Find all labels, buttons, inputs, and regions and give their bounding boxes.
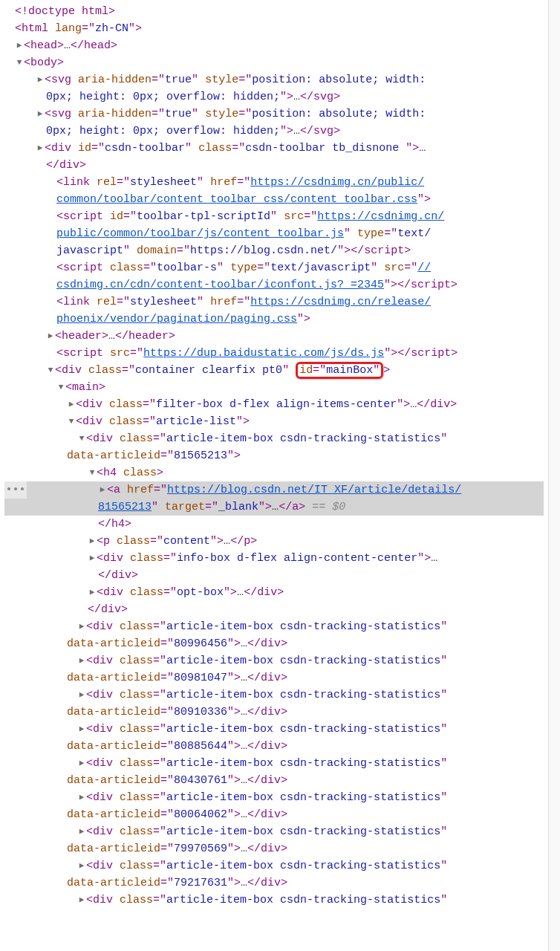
expand-arrow-icon[interactable]: ▶ — [36, 140, 45, 157]
expand-arrow-icon[interactable]: ▶ — [67, 396, 76, 413]
doctype-line[interactable]: <!doctype html> — [4, 3, 544, 20]
expand-arrow-icon[interactable]: ▶ — [46, 328, 55, 345]
article-item-cont: data-articleid="80885644">…</div> — [4, 738, 544, 755]
article-item[interactable]: ▶<div class="article-item-box csdn-track… — [4, 652, 544, 669]
article-item-cont: data-articleid="80981047">…</div> — [4, 669, 544, 687]
selected-dots-icon: ••• — [4, 481, 27, 499]
mainbox-div[interactable]: ▼<div class="container clearfix pt0" id=… — [4, 362, 544, 379]
right-gutter — [548, 0, 560, 951]
script-toolbar-s[interactable]: <script class="toolbar-s" type="text/jav… — [4, 259, 544, 276]
article-item-cont: data-articleid="80430761">…</div> — [4, 772, 544, 789]
script-toolbar[interactable]: <script id="toolbar-tpl-scriptId" src="h… — [4, 208, 544, 225]
link-stylesheet-2[interactable]: <link rel="stylesheet" href="https://csd… — [4, 293, 544, 311]
script-toolbar-cont2: javascript" domain="https://blog.csdn.ne… — [4, 242, 544, 259]
expand-arrow-icon[interactable]: ▶ — [88, 533, 97, 550]
expand-arrow-icon[interactable]: ▶ — [77, 618, 86, 635]
main-node[interactable]: ▼<main> — [4, 379, 544, 396]
article-item-1-close[interactable]: </div> — [4, 601, 544, 618]
dom-tree[interactable]: <!doctype html> <html lang="zh-CN"> ▶<he… — [0, 0, 548, 912]
opt-box-div[interactable]: ▶<div class="opt-box">…</div> — [4, 584, 544, 601]
article-item[interactable]: ▶<div class="article-item-box csdn-track… — [4, 789, 544, 806]
header-node[interactable]: ▶<header>…</header> — [4, 328, 544, 345]
article-item-cont: data-articleid="80996456">…</div> — [4, 635, 544, 652]
expand-arrow-icon[interactable]: ▶ — [88, 584, 97, 601]
anchor-node[interactable]: ▶<a href="https://blog.csdn.net/IT_XF/ar… — [4, 481, 544, 499]
article-list-div[interactable]: ▼<div class="article-list"> — [4, 413, 544, 430]
svg-node-2-cont: 0px; height: 0px; overflow: hidden;">…</… — [4, 123, 544, 140]
article-item-cont: data-articleid="79970569">…</div> — [4, 840, 544, 857]
toolbar-div[interactable]: ▶<div id="csdn-toolbar" class="csdn-tool… — [4, 140, 544, 157]
article-item[interactable]: ▶<div class="article-item-box csdn-track… — [4, 823, 544, 840]
expand-arrow-icon[interactable]: ▶ — [77, 892, 86, 909]
article-item[interactable]: ▶<div class="article-item-box csdn-track… — [4, 857, 544, 874]
p-content[interactable]: ▶<p class="content">…</p> — [4, 533, 544, 550]
filter-box-div[interactable]: ▶<div class="filter-box d-flex align-ite… — [4, 396, 544, 413]
expand-arrow-icon[interactable]: ▶ — [77, 755, 86, 772]
body-node[interactable]: ▼<body> — [4, 54, 544, 71]
svg-node-2[interactable]: ▶<svg aria-hidden="true" style="position… — [4, 106, 544, 123]
expand-arrow-icon[interactable]: ▶ — [77, 857, 86, 874]
doctype-text: <!doctype html> — [15, 5, 115, 18]
script-toolbar-s-cont: csdnimg.cn/cdn/content-toolbar/iconfont.… — [4, 276, 544, 293]
html-open[interactable]: <html lang="zh-CN"> — [4, 20, 544, 37]
collapse-arrow-icon[interactable]: ▼ — [56, 379, 65, 396]
article-item[interactable]: ▶<div class="article-item-box csdn-track… — [4, 687, 544, 704]
script-baidu[interactable]: <script src="https://dup.baidustatic.com… — [4, 345, 544, 362]
selected-node[interactable]: ••• ▶<a href="https://blog.csdn.net/IT_X… — [4, 481, 544, 516]
article-item-cont: data-articleid="79217631">…</div> — [4, 874, 544, 892]
link-stylesheet-1[interactable]: <link rel="stylesheet" href="https://csd… — [4, 174, 544, 191]
article-item[interactable]: ▶<div class="article-item-box csdn-track… — [4, 721, 544, 738]
collapse-arrow-icon[interactable]: ▼ — [15, 54, 24, 71]
expand-arrow-icon[interactable]: ▶ — [15, 37, 24, 54]
anchor-node-cont: 81565213" target="_blank">…</a> == $0 — [4, 499, 544, 516]
collapse-arrow-icon[interactable]: ▼ — [67, 413, 76, 430]
expand-arrow-icon[interactable]: ▶ — [77, 652, 86, 669]
info-box-div[interactable]: ▶<div class="info-box d-flex align-conte… — [4, 550, 544, 567]
expand-arrow-icon[interactable]: ▶ — [36, 106, 45, 123]
collapse-arrow-icon[interactable]: ▼ — [46, 362, 55, 379]
article-item[interactable]: ▶<div class="article-item-box csdn-track… — [4, 755, 544, 772]
svg-node-1-cont: 0px; height: 0px; overflow: hidden;">…</… — [4, 88, 544, 106]
article-item-cont: data-articleid="80910336">…</div> — [4, 704, 544, 721]
toolbar-div-close: </div> — [4, 157, 544, 174]
h4-close[interactable]: </h4> — [4, 516, 544, 533]
article-item-cont: data-articleid="80064062">…</div> — [4, 806, 544, 823]
highlight-annotation: id="mainBox" — [296, 362, 383, 379]
expand-arrow-icon[interactable]: ▶ — [88, 550, 97, 567]
collapse-arrow-icon[interactable]: ▼ — [88, 464, 97, 481]
expand-arrow-icon[interactable]: ▶ — [77, 823, 86, 840]
article-item[interactable]: ▶<div class="article-item-box csdn-track… — [4, 618, 544, 635]
expand-arrow-icon[interactable]: ▶ — [77, 687, 86, 704]
script-toolbar-cont1: public/common/toolbar/js/content_toolbar… — [4, 225, 544, 242]
expand-arrow-icon[interactable]: ▶ — [77, 721, 86, 738]
collapse-arrow-icon[interactable]: ▼ — [77, 430, 86, 447]
article-item-last[interactable]: ▶<div class="article-item-box csdn-track… — [4, 892, 544, 909]
svg-node-1[interactable]: ▶<svg aria-hidden="true" style="position… — [4, 71, 544, 88]
article-item-1[interactable]: ▼<div class="article-item-box csdn-track… — [4, 430, 544, 447]
link-stylesheet-1-cont: common/toolbar/content_toolbar_css/conte… — [4, 191, 544, 208]
elements-panel[interactable]: <!doctype html> <html lang="zh-CN"> ▶<he… — [0, 0, 548, 951]
expand-arrow-icon[interactable]: ▶ — [77, 789, 86, 806]
info-box-close: </div> — [4, 567, 544, 584]
expand-arrow-icon[interactable]: ▶ — [36, 71, 45, 88]
article-item-1-cont: data-articleid="81565213"> — [4, 447, 544, 464]
expand-arrow-icon[interactable]: ▶ — [98, 481, 107, 499]
head-node[interactable]: ▶<head>…</head> — [4, 37, 544, 54]
link-stylesheet-2-cont: phoenix/vendor/pagination/paging.css"> — [4, 311, 544, 328]
h4-node[interactable]: ▼<h4 class> — [4, 464, 544, 481]
